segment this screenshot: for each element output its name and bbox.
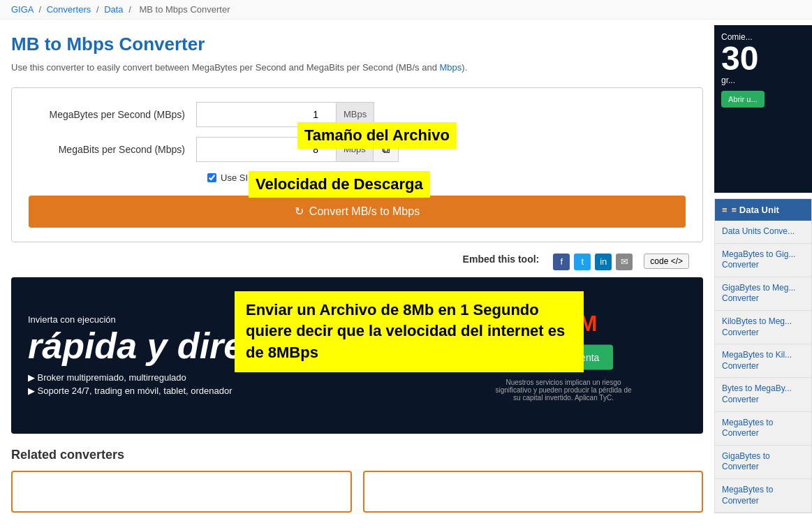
si-standard-label: Use SI standard: [221, 173, 286, 183]
list-item: GigaBytes to Converter: [715, 446, 811, 479]
ad-bullet2: ▶ Soporte 24/7, trading en móvil, tablet…: [28, 386, 296, 396]
sidebar-item-bytes-to-mb[interactable]: Bytes to MegaBy...Converter: [715, 378, 811, 411]
sidebar-item-gb-to-mb[interactable]: GigaBytes to Meg...Converter: [715, 277, 811, 310]
field2-label: MegaBits per Second (Mbps): [29, 144, 196, 155]
field2-input[interactable]: [196, 137, 336, 162]
si-standard-row: Use SI standard ?: [207, 172, 686, 184]
email-share-icon[interactable]: ✉: [616, 254, 633, 270]
breadcrumb-current: MB to Mbps Converter: [139, 4, 230, 15]
sidebar-item-mb-converter-2[interactable]: MegaBytes to Converter: [715, 479, 811, 512]
convert-button[interactable]: ↻ Convert MB/s to Mbps: [29, 196, 686, 228]
page-subtitle: Use this converter to easily convert bet…: [11, 61, 703, 75]
embed-label: Embed this tool:: [463, 254, 540, 265]
field-row-mbps: MegaBytes per Second (MBps) MBps: [29, 102, 686, 127]
sidebar-header: ≡ ≡ Data Unit: [715, 199, 811, 221]
list-item: GigaBytes to Meg...Converter: [715, 277, 811, 311]
list-item: MegaBytes to Converter: [715, 479, 811, 513]
related-card-2: [363, 471, 704, 513]
related-section: Related converters: [11, 448, 703, 513]
ad-disclaimer: Nuestros servicios implican un riesgo si…: [494, 378, 633, 401]
embed-section: Embed this tool: f t in ✉ code </>: [11, 254, 703, 270]
breadcrumb-giga[interactable]: GIGA: [11, 4, 34, 15]
sidebar-panel: ≡ ≡ Data Unit Data Units Conve... MegaBy…: [714, 198, 812, 513]
ad-logo: 🔴 XM: [530, 309, 598, 336]
list-item: Data Units Conve...: [715, 221, 811, 244]
sidebar-item-mb-to-gb[interactable]: MegaBytes to Gig...Converter: [715, 244, 811, 277]
ad-text-line1: Invierta con ejecución: [28, 314, 296, 325]
embed-code-button[interactable]: code </>: [644, 254, 689, 269]
facebook-share-icon[interactable]: f: [553, 254, 570, 270]
list-item: Bytes to MegaBy...Converter: [715, 378, 811, 411]
field1-unit: MBps: [336, 102, 374, 127]
convert-icon: ↻: [295, 205, 304, 218]
linkedin-share-icon[interactable]: in: [595, 254, 612, 270]
field1-input[interactable]: [196, 102, 336, 127]
ad-headline: rápida y directa: [28, 325, 296, 367]
related-card-1: [11, 471, 352, 513]
breadcrumb-converters[interactable]: Converters: [47, 4, 91, 15]
list-item: MegaBytes to Converter: [715, 412, 811, 446]
breadcrumb-data[interactable]: Data: [104, 4, 123, 15]
field1-label: MegaBytes per Second (MBps): [29, 109, 196, 120]
list-item: MegaBytes to Kil...Converter: [715, 344, 811, 378]
ad-open-account-button[interactable]: Abrir una cuenta: [514, 344, 614, 369]
sidebar-list: Data Units Conve... MegaBytes to Gig...C…: [715, 221, 811, 513]
sidebar-item-mb-to-kb[interactable]: MegaBytes to Kil...Converter: [715, 344, 811, 377]
twitter-share-icon[interactable]: t: [574, 254, 591, 270]
converter-box: MegaBytes per Second (MBps) MBps MegaBit…: [11, 87, 703, 242]
field-row-mbits: MegaBits per Second (Mbps) Mbps ⧉: [29, 137, 686, 162]
sidebar-item-mb-converter-1[interactable]: MegaBytes to Converter: [715, 412, 811, 445]
si-standard-checkbox[interactable]: [207, 173, 216, 182]
copy-button[interactable]: ⧉: [374, 137, 399, 162]
sidebar-header-label: ≡ Data Unit: [732, 205, 779, 215]
sidebar-ad-sub: gr...: [721, 75, 805, 85]
data-unit-icon: ≡: [722, 205, 728, 215]
ad-bullet1: ▶ Broker multipremiado, multirregulado: [28, 372, 296, 383]
breadcrumb: GIGA / Converters / Data / MB to Mbps Co…: [0, 0, 812, 20]
sidebar-item-gb-converter[interactable]: GigaBytes to Converter: [715, 446, 811, 478]
sidebar-item-data-units[interactable]: Data Units Conve...: [715, 221, 811, 243]
sidebar-ad-number: 30: [721, 42, 805, 75]
sidebar: Comie... 30 gr... Abrir u... ≡ ≡ Data Un…: [714, 20, 812, 527]
related-title: Related converters: [11, 448, 703, 462]
page-title: MB to Mbps Converter: [11, 34, 703, 55]
convert-label: Convert MB/s to Mbps: [309, 205, 420, 218]
list-item: KiloBytes to Meg...Converter: [715, 311, 811, 344]
sidebar-ad-button[interactable]: Abrir u...: [721, 91, 765, 108]
help-icon[interactable]: ?: [290, 172, 302, 184]
ad-banner: Invierta con ejecución rápida y directa …: [11, 277, 703, 434]
sidebar-item-kb-to-mb[interactable]: KiloBytes to Meg...Converter: [715, 311, 811, 344]
list-item: MegaBytes to Gig...Converter: [715, 244, 811, 277]
field2-unit: Mbps: [336, 137, 374, 162]
